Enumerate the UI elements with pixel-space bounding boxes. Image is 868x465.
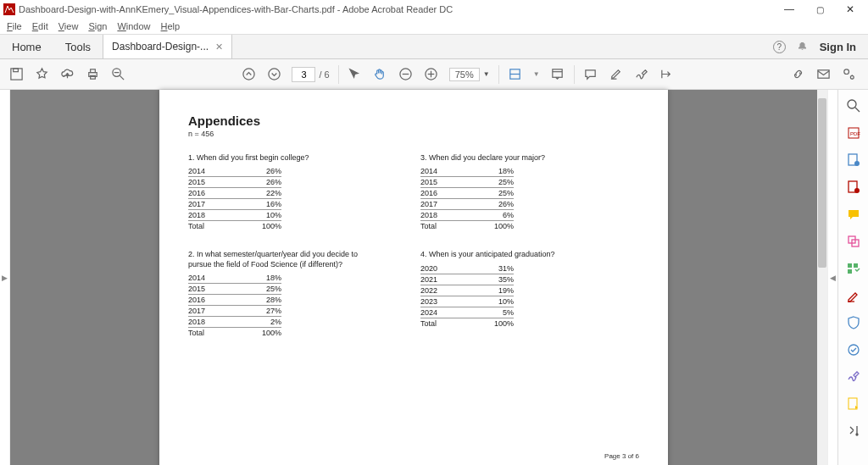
svg-point-9	[243, 69, 254, 80]
sign-icon[interactable]	[634, 67, 649, 82]
scrollbar[interactable]	[817, 90, 827, 465]
window-titlebar: Dashboard-Design-with-AnnKEmery_Visual-A…	[0, 0, 868, 19]
svg-rect-1	[10, 69, 21, 80]
right-nav-strip[interactable]: ◀	[827, 90, 837, 465]
menu-window[interactable]: Window	[117, 21, 150, 31]
svg-point-10	[269, 69, 280, 80]
question-1: 1. When did you first begin college? 201…	[188, 153, 383, 231]
toolbar: / 6 75% ▼ ▼	[0, 59, 868, 90]
page-subtitle: n = 456	[188, 130, 639, 138]
tabstrip: Home Tools Dashboard-Design-... ✕ ? 🔔︎ S…	[0, 34, 868, 59]
help-icon[interactable]: ?	[773, 41, 786, 53]
read-mode-icon[interactable]	[550, 67, 565, 82]
left-chevron-icon: ▶	[2, 274, 8, 282]
menu-help[interactable]: Help	[161, 21, 181, 31]
table-row: 201727%	[188, 305, 281, 316]
table-row: 20245%	[420, 307, 514, 318]
table-row: 201810%	[188, 210, 281, 221]
question-3: 3. When did you declare your major? 2014…	[420, 153, 615, 231]
table-row: 201418%	[420, 166, 514, 177]
page-down-icon[interactable]	[266, 67, 281, 82]
q3-table: 201418%201525%201625%201726%20186%Total1…	[420, 166, 514, 231]
bell-icon[interactable]: 🔔︎	[798, 41, 808, 53]
scrollbar-thumb[interactable]	[818, 98, 826, 268]
table-row: 201426%	[188, 166, 281, 177]
table-row: 201726%	[420, 199, 514, 210]
hand-icon[interactable]	[373, 67, 388, 82]
create-pdf-icon[interactable]	[845, 152, 862, 168]
close-tab-icon[interactable]: ✕	[215, 42, 223, 53]
more-icon[interactable]	[845, 423, 862, 439]
window-title: Dashboard-Design-with-AnnKEmery_Visual-A…	[19, 4, 453, 14]
page-number-input[interactable]	[292, 67, 315, 82]
note-icon[interactable]	[845, 207, 862, 222]
tab-document[interactable]: Dashboard-Design-... ✕	[103, 35, 232, 58]
tab-tools[interactable]: Tools	[53, 35, 103, 58]
zoom-out-icon[interactable]	[398, 67, 414, 82]
menu-file[interactable]: File	[7, 21, 22, 31]
table-row: 202031%	[420, 263, 514, 274]
zoom-value[interactable]: 75%	[449, 68, 480, 81]
svg-point-23	[850, 75, 854, 79]
protect-icon[interactable]	[845, 315, 862, 330]
document-viewport[interactable]: Appendices n = 456 1. When did you first…	[10, 90, 817, 465]
menubar: File Edit View Sign Window Help	[0, 19, 868, 34]
menu-sign[interactable]: Sign	[88, 21, 107, 31]
table-row: 20182%	[188, 316, 281, 327]
cloud-icon[interactable]	[59, 67, 75, 82]
fill-sign-icon[interactable]	[845, 369, 862, 385]
table-total: Total100%	[420, 221, 514, 232]
page-up-icon[interactable]	[241, 67, 256, 82]
table-row: 201525%	[188, 283, 281, 294]
menu-edit[interactable]: Edit	[32, 21, 48, 31]
table-row: 201625%	[420, 188, 514, 199]
page-title: Appendices	[188, 113, 639, 128]
mail-icon[interactable]	[815, 67, 831, 82]
combine-icon[interactable]	[845, 234, 862, 249]
menu-view[interactable]: View	[58, 21, 79, 31]
page-footer: Page 3 of 6	[604, 452, 639, 460]
export-pdf-icon[interactable]: PDF	[845, 125, 862, 141]
maximize-button[interactable]: ▢	[812, 5, 827, 14]
table-row: 201526%	[188, 177, 281, 188]
left-nav-strip[interactable]: ▶	[0, 90, 10, 465]
more-tools-icon[interactable]	[659, 67, 675, 82]
minimize-button[interactable]: —	[782, 3, 797, 15]
convert-icon[interactable]	[845, 396, 862, 412]
zoom-in-icon[interactable]	[424, 67, 439, 82]
star-icon[interactable]	[34, 67, 49, 82]
q1-label: 1. When did you first begin college?	[188, 153, 383, 163]
highlight-icon[interactable]	[609, 67, 624, 82]
share-icon[interactable]	[841, 67, 856, 82]
link-icon[interactable]	[790, 67, 805, 82]
table-row: 202135%	[420, 274, 514, 285]
save-icon[interactable]	[8, 67, 24, 82]
question-4: 4. When is your anticipated graduation? …	[420, 250, 615, 328]
edit-pdf-icon[interactable]	[845, 180, 862, 195]
app-icon	[3, 3, 15, 15]
sign-in-link[interactable]: Sign In	[820, 41, 856, 53]
zoom-out-loupe-icon[interactable]	[110, 67, 125, 82]
arrow-icon[interactable]	[348, 67, 363, 82]
page-total: / 6	[319, 69, 329, 80]
svg-rect-4	[90, 69, 95, 73]
close-button[interactable]: ✕	[843, 3, 858, 15]
table-row: 201418%	[188, 273, 281, 284]
compress-icon[interactable]	[845, 342, 862, 357]
q2-table: 201418%201525%201628%201727%20182%Total1…	[188, 273, 281, 338]
comment-icon[interactable]	[583, 67, 598, 82]
workspace: ▶ Appendices n = 456 1. When did you fir…	[0, 90, 868, 465]
print-icon[interactable]	[85, 67, 100, 82]
table-row: 201716%	[188, 199, 281, 210]
search-tool-icon[interactable]	[845, 98, 862, 113]
organize-icon[interactable]	[845, 261, 862, 276]
tab-home[interactable]: Home	[0, 35, 53, 58]
fit-dropdown-icon[interactable]: ▼	[533, 70, 540, 78]
q2-label: 2. In what semester/quarter/year did you…	[188, 250, 383, 269]
svg-point-24	[848, 100, 856, 108]
zoom-dropdown-icon[interactable]: ▼	[483, 70, 490, 78]
fit-width-icon[interactable]	[508, 67, 523, 82]
svg-rect-18	[553, 69, 562, 77]
svg-rect-5	[90, 75, 95, 79]
redact-icon[interactable]	[845, 288, 862, 303]
